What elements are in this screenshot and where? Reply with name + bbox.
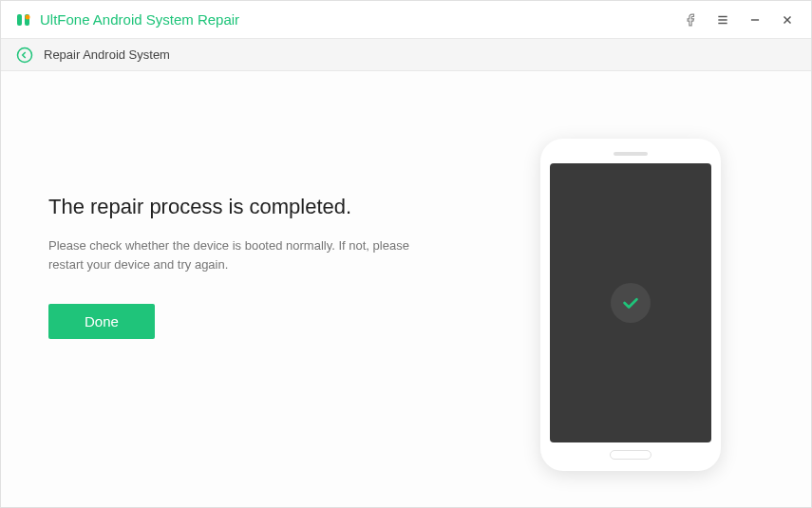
phone-speaker-icon: [614, 152, 648, 156]
minimize-icon[interactable]: [741, 6, 769, 34]
close-icon[interactable]: [773, 6, 802, 34]
phone-home-button-icon: [610, 450, 651, 460]
titlebar-controls: [676, 6, 802, 34]
app-title: UltFone Android System Repair: [40, 11, 239, 28]
left-panel: The repair process is completed. Please …: [48, 71, 498, 508]
breadcrumb: Repair Android System: [1, 39, 811, 71]
titlebar: UltFone Android System Repair: [1, 1, 811, 39]
facebook-icon[interactable]: [676, 6, 705, 34]
done-button[interactable]: Done: [48, 304, 155, 339]
svg-point-2: [26, 14, 30, 19]
page-subtext: Please check whether the device is boote…: [48, 236, 447, 273]
titlebar-left: UltFone Android System Repair: [15, 11, 239, 28]
back-arrow-icon[interactable]: [15, 46, 34, 65]
breadcrumb-label: Repair Android System: [44, 47, 170, 62]
right-panel: [498, 71, 764, 508]
phone-illustration: [540, 139, 721, 471]
phone-screen: [550, 163, 711, 442]
svg-point-9: [18, 47, 32, 62]
app-logo-icon: [15, 11, 32, 28]
main-content: The repair process is completed. Please …: [1, 71, 811, 508]
checkmark-circle-icon: [611, 283, 651, 323]
menu-icon[interactable]: [708, 6, 737, 34]
svg-rect-0: [17, 14, 22, 26]
page-heading: The repair process is completed.: [48, 195, 460, 219]
